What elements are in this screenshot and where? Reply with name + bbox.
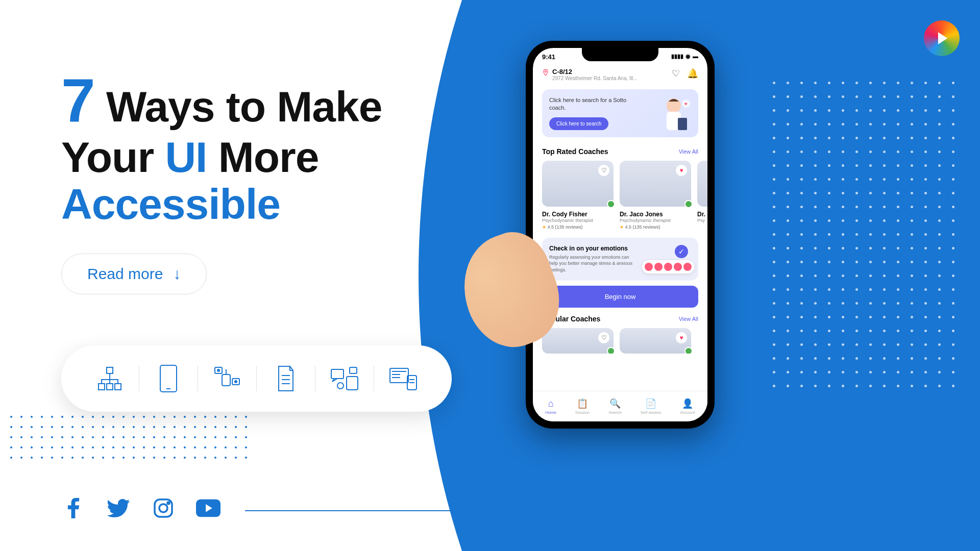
heading-line2-pre: Your <box>61 133 154 181</box>
hand-holding-phone: 9:41 ▮▮▮▮ ◉ ▬ C-8/12 2972 Westheimer Rd.… <box>485 41 832 541</box>
hierarchy-icon <box>87 361 133 396</box>
coach-name: Dr. Jaco Jones <box>620 211 691 218</box>
main-heading: 7 Ways to Make Your UI More Accessible <box>61 66 419 228</box>
svg-rect-15 <box>347 377 358 390</box>
brand-logo <box>924 20 960 56</box>
home-icon: ⌂ <box>548 398 554 409</box>
nav-session[interactable]: 📋 Session <box>575 398 590 415</box>
divider-line <box>245 510 470 511</box>
popular-coach-row: ♡ ♥ <box>533 328 707 354</box>
heading-highlight: UI <box>165 133 207 181</box>
top-rated-title: Top Rated Coaches <box>542 147 608 156</box>
location-address: 2972 Westheimer Rd. Santa Ana, Ill... <box>552 76 638 81</box>
heading-number: 7 <box>61 66 95 134</box>
svg-point-10 <box>235 381 237 383</box>
svg-point-27 <box>167 502 169 504</box>
bottom-nav: ⌂ Home 📋 Session 🔍 Search 📄 Self assess <box>533 391 707 421</box>
coach-card[interactable]: ♡ <box>542 328 614 354</box>
favorite-icon[interactable]: ♡ <box>598 165 609 176</box>
doctor-illustration: ♥ <box>653 93 694 134</box>
heading-line1: Ways to Make <box>106 83 382 131</box>
coach-card[interactable]: ♥ <box>620 328 691 354</box>
svg-rect-32 <box>678 118 687 130</box>
emotion-title: Check in on your emotions <box>549 245 691 252</box>
nav-label: Session <box>575 410 590 415</box>
nav-label: Self assess <box>641 410 662 415</box>
battery-icon: ▬ <box>693 53 698 61</box>
coach-rating: ★ 4.5 (135 reviews) <box>542 224 614 230</box>
read-more-button[interactable]: Read more ↓ <box>61 254 207 294</box>
clipboard-icon: 📄 <box>645 398 656 409</box>
document-icon <box>263 361 309 396</box>
coach-role: Psychodynamic therapist <box>542 218 614 223</box>
svg-rect-14 <box>331 369 344 379</box>
nav-self-assess[interactable]: 📄 Self assess <box>641 398 662 415</box>
location-code: C-8/12 <box>552 68 638 76</box>
feature-icon-row <box>61 345 452 412</box>
emotion-faces[interactable] <box>642 260 694 273</box>
svg-rect-6 <box>222 374 230 386</box>
nav-label: Account <box>680 410 695 415</box>
facebook-icon[interactable] <box>61 496 86 520</box>
coach-card[interactable]: ♡ Dr. Cody Fisher Psychodynamic therapis… <box>542 161 614 230</box>
calendar-icon: 📋 <box>577 398 588 409</box>
svg-rect-0 <box>107 367 113 373</box>
favorite-icon[interactable]: ♥ <box>676 332 687 343</box>
bell-icon[interactable]: 🔔 <box>687 68 698 79</box>
search-icon: 🔍 <box>609 398 621 409</box>
begin-now-button[interactable]: Begin now <box>542 286 698 308</box>
svg-point-29 <box>545 71 547 72</box>
favorite-icon[interactable]: ♥ <box>676 165 687 176</box>
social-links <box>61 496 220 520</box>
status-time: 9:41 <box>542 53 555 61</box>
search-card: Click here to search for a Sotto coach. … <box>542 89 698 137</box>
check-icon: ✓ <box>675 245 688 258</box>
nav-label: Search <box>608 410 621 415</box>
search-card-text: Click here to search for a Sotto coach. <box>549 96 634 112</box>
svg-rect-2 <box>107 384 113 390</box>
svg-point-16 <box>337 383 344 389</box>
svg-rect-4 <box>160 365 177 392</box>
svg-text:♥: ♥ <box>684 101 688 107</box>
coach-name: Dr. Cody Fisher <box>542 211 614 218</box>
phone-screen: 9:41 ▮▮▮▮ ◉ ▬ C-8/12 2972 Westheimer Rd.… <box>533 48 707 421</box>
search-button[interactable]: Click here to search <box>549 117 608 130</box>
view-all-link[interactable]: View All <box>679 148 698 155</box>
coach-card[interactable]: ♥ Dr. Jaco Jones Psychodynamic therapist… <box>620 161 691 230</box>
instagram-icon[interactable] <box>151 496 176 520</box>
down-arrow-icon: ↓ <box>173 265 181 283</box>
mobile-icon <box>145 361 191 396</box>
emotion-card: Check in on your emotions Regularly asse… <box>542 238 698 281</box>
nav-label: Home <box>546 410 556 415</box>
wifi-icon: ◉ <box>685 53 691 61</box>
view-all-link[interactable]: View All <box>679 316 698 322</box>
favorite-icon[interactable]: ♡ <box>598 332 609 343</box>
nav-search[interactable]: 🔍 Search <box>608 398 621 415</box>
nav-account[interactable]: 👤 Account <box>680 398 695 415</box>
user-icon: 👤 <box>682 398 693 409</box>
heart-icon[interactable]: ♡ <box>672 68 680 79</box>
svg-rect-3 <box>115 384 121 390</box>
twitter-icon[interactable] <box>106 496 131 520</box>
coach-role: Psychodynamic therapist <box>620 218 691 223</box>
location-pin-icon <box>542 69 549 76</box>
location-block[interactable]: C-8/12 2972 Westheimer Rd. Santa Ana, Il… <box>542 68 638 81</box>
svg-rect-1 <box>99 384 105 390</box>
coach-name: Dr. <box>697 211 707 218</box>
coach-rating: ★ 4.5 (135 reviews) <box>620 224 691 230</box>
phone-mockup: 9:41 ▮▮▮▮ ◉ ▬ C-8/12 2972 Westheimer Rd.… <box>526 41 715 429</box>
heading-line2-post: More <box>218 133 319 181</box>
emotion-text: Regularly assessing your emotions can he… <box>549 254 634 273</box>
chat-devices-icon <box>322 361 368 396</box>
coach-role: Psy <box>697 218 707 223</box>
coach-card[interactable]: Dr. Psy <box>697 161 707 230</box>
heading-line3: Accessible <box>61 180 280 228</box>
responsive-icon <box>380 361 426 396</box>
svg-rect-18 <box>390 368 408 383</box>
interaction-icon <box>204 361 250 396</box>
youtube-icon[interactable] <box>196 496 220 520</box>
coach-row: ♡ Dr. Cody Fisher Psychodynamic therapis… <box>533 161 707 230</box>
read-more-label: Read more <box>87 265 163 283</box>
nav-home[interactable]: ⌂ Home <box>546 398 556 415</box>
svg-rect-17 <box>350 367 357 373</box>
